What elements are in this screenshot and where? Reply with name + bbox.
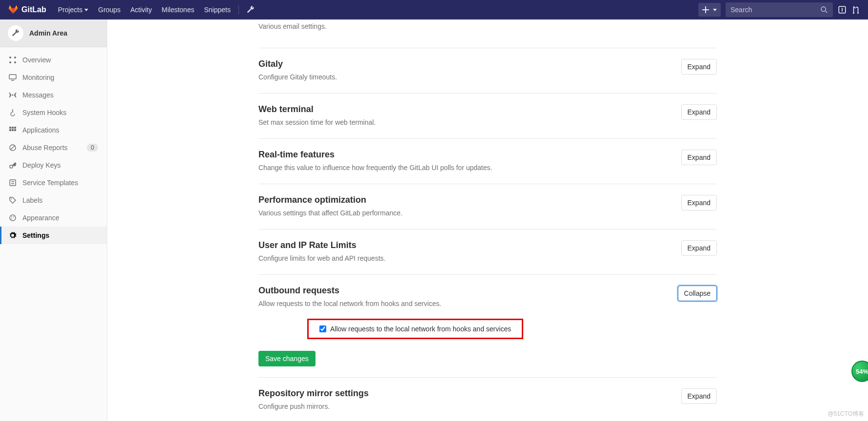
sidebar-nav: Overview Monitoring Messages System Hook… (0, 47, 107, 248)
collapse-button-outbound[interactable]: Collapse (678, 286, 717, 301)
expand-button-mirror[interactable]: Expand (681, 388, 717, 404)
sidebar-item-label: Applications (22, 126, 59, 134)
labels-icon (9, 196, 17, 204)
section-rate-limits: User and IP Rate Limits Configure limits… (258, 230, 717, 275)
sidebar-header: Admin Area (0, 19, 107, 47)
hook-icon (9, 109, 17, 116)
section-title: Performance optimization (258, 195, 402, 205)
section-gitaly: Gitaly Configure Gitaly timeouts. Expand (258, 48, 717, 94)
section-realtime: Real-time features Change this value to … (258, 139, 717, 184)
svg-point-5 (14, 57, 16, 58)
overview-icon (9, 56, 17, 64)
section-title: Repository mirror settings (258, 388, 369, 399)
merge-requests-icon[interactable] (851, 5, 860, 14)
sidebar-item-label: Abuse Reports (22, 144, 68, 152)
svg-point-10 (12, 95, 14, 96)
sidebar-item-monitoring[interactable]: Monitoring (0, 69, 107, 86)
wrench-icon (12, 29, 20, 37)
allow-local-network-checkbox[interactable] (319, 325, 326, 332)
nav-groups[interactable]: Groups (93, 0, 125, 19)
monitor-icon (9, 74, 17, 81)
svg-rect-11 (9, 127, 11, 129)
section-body-outbound: Allow requests to the local network from… (258, 319, 717, 366)
section-desc: Various email settings. (258, 21, 327, 32)
svg-point-26 (13, 216, 14, 217)
issues-icon[interactable] (838, 5, 847, 14)
section-desc: Various settings that affect GitLab perf… (258, 208, 402, 218)
checkbox-text: Allow requests to the local network from… (330, 325, 511, 333)
search-input[interactable] (730, 6, 820, 14)
svg-rect-13 (14, 127, 16, 129)
watermark-text: @51CTO博客 (828, 410, 864, 418)
section-desc: Configure limits for web and API request… (258, 253, 386, 264)
nav-activity[interactable]: Activity (125, 0, 157, 19)
sidebar-item-label: Settings (22, 231, 49, 239)
plus-icon (702, 6, 709, 13)
svg-line-18 (11, 146, 15, 150)
brand-text: GitLab (21, 5, 46, 14)
section-desc: Change this value to influence how frequ… (258, 163, 492, 173)
sidebar-item-label: Messages (22, 91, 54, 99)
sidebar-item-deploy-keys[interactable]: Deploy Keys (0, 156, 107, 174)
key-icon (9, 161, 17, 169)
section-title: Outbound requests (258, 286, 441, 296)
chevron-down-icon (713, 9, 717, 11)
applications-icon (9, 126, 17, 134)
nav-projects[interactable]: Projects (53, 0, 94, 19)
sidebar-item-label: Labels (22, 196, 42, 204)
section-performance: Performance optimization Various setting… (258, 184, 717, 230)
section-outbound-requests: Outbound requests Allow requests to the … (258, 275, 717, 378)
brand-home-link[interactable]: GitLab (8, 3, 46, 16)
allow-local-network-label[interactable]: Allow requests to the local network from… (319, 325, 511, 333)
svg-point-27 (11, 218, 12, 219)
section-email: Email Various email settings. Expand (258, 19, 717, 48)
wrench-icon (247, 6, 255, 14)
admin-wrench-link[interactable] (242, 0, 259, 19)
nav-milestones[interactable]: Milestones (157, 0, 199, 19)
primary-nav: Projects Groups Activity Milestones Snip… (53, 0, 259, 19)
section-desc: Allow requests to the local network from… (258, 299, 441, 309)
svg-point-24 (10, 215, 16, 221)
new-dropdown-button[interactable] (698, 3, 721, 17)
sidebar-item-abuse-reports[interactable]: Abuse Reports 0 (0, 139, 107, 156)
svg-rect-8 (9, 75, 16, 79)
sidebar-item-label: Overview (22, 56, 51, 64)
sidebar-item-label: Deploy Keys (22, 161, 61, 169)
expand-button-webterm[interactable]: Expand (681, 104, 717, 120)
template-icon (9, 179, 17, 187)
sidebar-item-applications[interactable]: Applications (0, 121, 107, 139)
sidebar-item-messages[interactable]: Messages (0, 86, 107, 104)
gear-icon (9, 231, 17, 239)
sidebar-item-label: Monitoring (22, 74, 54, 81)
expand-button-gitaly[interactable]: Expand (681, 59, 717, 75)
sidebar-item-service-templates[interactable]: Service Templates (0, 174, 107, 191)
svg-point-23 (11, 198, 12, 199)
nav-snippets[interactable]: Snippets (199, 0, 235, 19)
sidebar-item-system-hooks[interactable]: System Hooks (0, 104, 107, 121)
nav-divider (238, 5, 239, 15)
sidebar-item-label: Appearance (22, 214, 59, 222)
admin-avatar (8, 25, 23, 41)
expand-button-realtime[interactable]: Expand (681, 150, 717, 165)
svg-point-25 (11, 216, 12, 217)
search-icon (820, 6, 828, 14)
abuse-count-badge: 0 (87, 144, 98, 152)
svg-rect-20 (10, 180, 16, 186)
svg-rect-14 (9, 129, 11, 131)
expand-button-ratelimits[interactable]: Expand (681, 240, 717, 256)
expand-button-performance[interactable]: Expand (681, 195, 717, 210)
sidebar-item-overview[interactable]: Overview (0, 51, 107, 69)
top-navbar: GitLab Projects Groups Activity Mileston… (0, 0, 868, 19)
sidebar-item-labels[interactable]: Labels (0, 191, 107, 209)
sidebar-item-settings[interactable]: Settings (0, 227, 107, 244)
svg-point-2 (853, 12, 854, 14)
section-desc: Set max session time for web terminal. (258, 117, 375, 128)
save-changes-button[interactable]: Save changes (258, 351, 316, 366)
section-desc: Configure Gitaly timeouts. (258, 72, 337, 82)
section-title: User and IP Rate Limits (258, 240, 386, 250)
svg-point-6 (9, 61, 11, 63)
sidebar-item-appearance[interactable]: Appearance (0, 209, 107, 227)
search-box[interactable] (726, 2, 833, 17)
section-title: Web terminal (258, 104, 375, 115)
section-title: Gitaly (258, 59, 337, 69)
